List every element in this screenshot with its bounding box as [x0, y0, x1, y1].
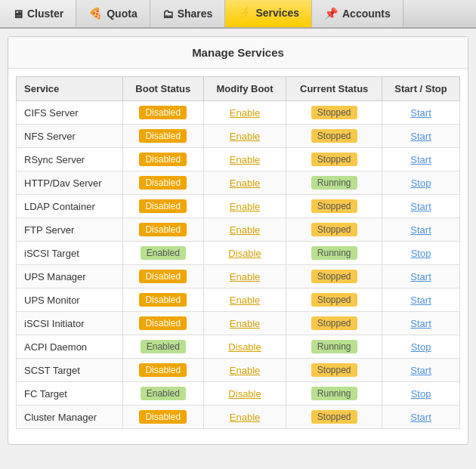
modify-link-11[interactable]: Enable: [230, 365, 260, 376]
modify-link-8[interactable]: Enable: [230, 295, 260, 306]
modify-link-6[interactable]: Disable: [228, 248, 261, 259]
action-link-13[interactable]: Start: [410, 412, 431, 423]
table-row: CIFS ServerDisabledEnableStoppedStart: [17, 101, 460, 125]
action-link-8[interactable]: Start: [410, 295, 431, 306]
action-link-7[interactable]: Start: [410, 271, 431, 282]
cluster-tab-label: Cluster: [27, 8, 63, 20]
boot-badge-0: Disabled: [139, 106, 187, 119]
tab-quota[interactable]: 🍕Quota: [76, 0, 150, 27]
boot-status-6: Enabled: [122, 242, 203, 265]
current-status-8: Stopped: [286, 288, 382, 312]
boot-status-2: Disabled: [122, 148, 203, 171]
boot-status-1: Disabled: [122, 125, 203, 148]
action-cell-12: Stop: [382, 382, 460, 406]
tab-cluster[interactable]: 🖥Cluster: [0, 0, 76, 27]
status-badge-0: Stopped: [311, 106, 357, 119]
tab-services[interactable]: ⚡Services: [225, 0, 312, 27]
status-badge-4: Stopped: [311, 199, 357, 213]
status-badge-5: Stopped: [311, 223, 357, 236]
service-name-1: NFS Server: [17, 125, 123, 148]
action-link-9[interactable]: Start: [410, 318, 431, 329]
services-tab-label: Services: [255, 7, 299, 19]
cluster-tab-icon: 🖥: [12, 8, 23, 20]
boot-badge-1: Disabled: [139, 129, 187, 143]
action-cell-10: Stop: [382, 335, 460, 359]
modify-link-13[interactable]: Enable: [230, 412, 260, 423]
boot-status-0: Disabled: [122, 101, 203, 125]
quota-tab-icon: 🍕: [88, 7, 103, 20]
boot-badge-8: Disabled: [139, 293, 187, 307]
header-service: Service: [17, 77, 123, 101]
header-modify-boot: Modify Boot: [203, 77, 286, 101]
modify-link-10[interactable]: Disable: [228, 341, 261, 353]
current-status-3: Running: [286, 171, 382, 195]
status-badge-6: Running: [311, 246, 357, 260]
action-cell-0: Start: [382, 101, 460, 125]
tab-accounts[interactable]: 📌Accounts: [312, 0, 403, 27]
service-name-3: HTTP/Dav Server: [17, 171, 123, 195]
modify-boot-10: Disable: [203, 335, 286, 359]
service-name-8: UPS Monitor: [17, 288, 123, 312]
status-badge-12: Running: [311, 387, 357, 400]
tab-shares[interactable]: 🗂Shares: [150, 0, 226, 27]
action-cell-6: Stop: [382, 242, 460, 265]
accounts-tab-label: Accounts: [342, 8, 391, 20]
modify-link-9[interactable]: Enable: [230, 318, 260, 329]
service-name-10: ACPI Daemon: [17, 335, 123, 359]
shares-tab-icon: 🗂: [162, 8, 174, 20]
boot-badge-3: Disabled: [139, 176, 187, 190]
header-boot-status: Boot Status: [122, 77, 203, 101]
current-status-7: Stopped: [286, 265, 382, 288]
services-table: ServiceBoot StatusModify BootCurrent Sta…: [16, 76, 460, 429]
table-wrapper: ServiceBoot StatusModify BootCurrent Sta…: [8, 76, 468, 444]
current-status-10: Running: [286, 335, 382, 359]
service-name-13: Cluster Manager: [17, 406, 123, 429]
table-row: Cluster ManagerDisabledEnableStoppedStar…: [17, 406, 460, 429]
boot-status-8: Disabled: [122, 288, 203, 312]
modify-link-1[interactable]: Enable: [230, 131, 260, 142]
action-link-12[interactable]: Stop: [411, 388, 431, 400]
action-link-10[interactable]: Stop: [411, 341, 431, 353]
modify-link-0[interactable]: Enable: [230, 107, 260, 119]
modify-boot-4: Enable: [203, 195, 286, 218]
action-link-6[interactable]: Stop: [411, 248, 431, 259]
action-link-3[interactable]: Stop: [411, 177, 431, 189]
action-cell-13: Start: [382, 406, 460, 429]
modify-link-5[interactable]: Enable: [230, 224, 260, 236]
action-link-1[interactable]: Start: [410, 131, 431, 142]
status-badge-1: Stopped: [311, 129, 357, 143]
table-row: FTP ServerDisabledEnableStoppedStart: [17, 218, 460, 242]
status-badge-7: Stopped: [311, 270, 357, 283]
table-row: NFS ServerDisabledEnableStoppedStart: [17, 125, 460, 148]
boot-badge-2: Disabled: [139, 153, 187, 166]
modify-link-7[interactable]: Enable: [230, 271, 260, 282]
header-row: ServiceBoot StatusModify BootCurrent Sta…: [17, 77, 460, 101]
current-status-1: Stopped: [286, 125, 382, 148]
action-link-5[interactable]: Start: [410, 224, 431, 236]
modify-link-12[interactable]: Disable: [228, 388, 261, 400]
action-link-4[interactable]: Start: [410, 201, 431, 212]
status-badge-10: Running: [311, 340, 357, 353]
table-row: ACPI DaemonEnabledDisableRunningStop: [17, 335, 460, 359]
action-link-11[interactable]: Start: [410, 365, 431, 376]
quota-tab-label: Quota: [107, 8, 137, 20]
modify-link-3[interactable]: Enable: [230, 177, 260, 189]
modify-boot-3: Enable: [203, 171, 286, 195]
action-link-2[interactable]: Start: [410, 154, 431, 165]
boot-status-5: Disabled: [122, 218, 203, 242]
table-row: UPS MonitorDisabledEnableStoppedStart: [17, 288, 460, 312]
services-tab-icon: ⚡: [237, 6, 252, 20]
modify-boot-12: Disable: [203, 382, 286, 406]
action-cell-1: Start: [382, 125, 460, 148]
boot-status-13: Disabled: [122, 406, 203, 429]
modify-boot-11: Enable: [203, 359, 286, 382]
boot-badge-4: Disabled: [139, 199, 187, 213]
modify-link-2[interactable]: Enable: [230, 154, 260, 165]
status-badge-2: Stopped: [311, 153, 357, 166]
service-name-4: LDAP Container: [17, 195, 123, 218]
modify-link-4[interactable]: Enable: [230, 201, 260, 212]
action-link-0[interactable]: Start: [410, 107, 431, 119]
service-name-11: SCST Target: [17, 359, 123, 382]
table-row: FC TargetEnabledDisableRunningStop: [17, 382, 460, 406]
current-status-4: Stopped: [286, 195, 382, 218]
